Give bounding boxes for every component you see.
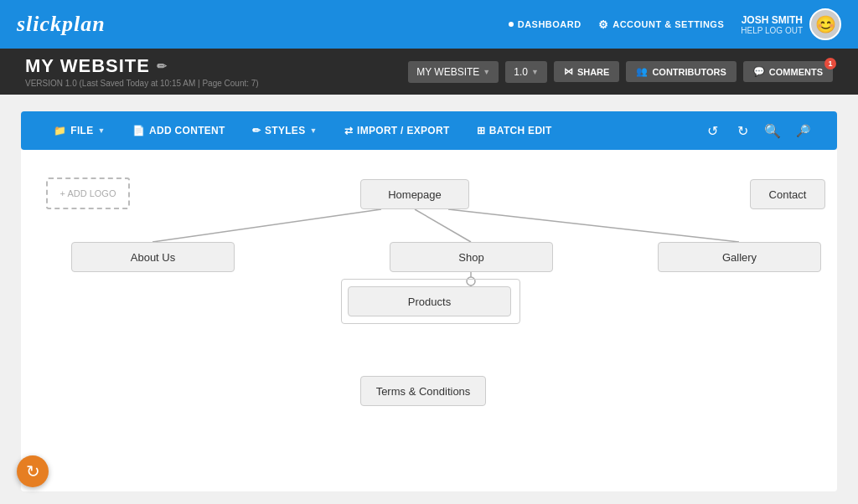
comments-badge: 1 [824,58,836,69]
node-homepage[interactable]: Homepage [360,179,469,209]
user-name: JOSH SMITH [741,14,803,26]
user-links[interactable]: HELP LOG OUT [741,26,803,35]
nav-right: DASHBOARD ⚙ ACCOUNT & SETTINGS JOSH SMIT… [509,8,841,40]
site-title: MY WEBSITE ✏ [25,55,259,77]
dashboard-link[interactable]: DASHBOARD [509,19,581,29]
import-export-button[interactable]: ⇄ IMPORT / EXPORT [333,119,462,142]
site-title-area: MY WEBSITE ✏ VERSION 1.0 (Last Saved Tod… [25,55,259,88]
import-export-icon: ⇄ [344,125,353,136]
comments-icon: 💬 [753,66,765,77]
node-gallery[interactable]: Gallery [658,242,821,272]
chevron-down-icon: ▼ [309,126,317,135]
website-dropdown[interactable]: MY WEBSITE ▼ [408,61,499,83]
top-nav: slickplan DASHBOARD ⚙ ACCOUNT & SETTINGS… [0,0,858,49]
contributors-icon: 👥 [636,66,648,77]
user-area: JOSH SMITH HELP LOG OUT 😊 [741,8,841,40]
chevron-down-icon: ▼ [483,68,490,76]
node-terms[interactable]: Terms & Conditions [360,376,486,406]
title-bar-controls: MY WEBSITE ▼ 1.0 ▼ ⋈ SHARE 👥 CONTRIBUTOR… [408,61,833,83]
batch-edit-icon: ⊞ [477,125,485,136]
refresh-button[interactable]: ↻ [17,455,49,487]
app-logo[interactable]: slickplan [17,12,106,37]
node-shop[interactable]: Shop [390,242,553,272]
chevron-down-icon: ▼ [531,68,539,76]
comments-button[interactable]: 💬 COMMENTS 1 [743,61,833,82]
node-products[interactable]: Products [348,286,511,316]
styles-button[interactable]: ✏ STYLES ▼ [240,119,329,142]
version-dropdown[interactable]: 1.0 ▼ [505,61,547,83]
batch-edit-button[interactable]: ⊞ BATCH EDIT [465,119,564,142]
svg-line-0 [415,209,471,242]
toolbar: 📁 FILE ▼ 📄 ADD CONTENT ✏ STYLES ▼ ⇄ IMPO… [21,111,837,150]
redo-button[interactable]: ↻ [729,117,756,144]
site-subtitle: VERSION 1.0 (Last Saved Today at 10:15 A… [25,79,259,88]
undo-button[interactable]: ↺ [699,117,726,144]
svg-line-2 [448,209,739,242]
zoom-out-button[interactable]: 🔎 [789,117,816,144]
add-content-icon: 📄 [132,125,145,136]
avatar[interactable]: 😊 [809,8,841,40]
file-icon: 📁 [54,125,66,136]
sitemap-canvas: + ADD LOGO Homepage About Us Shop Galler… [21,150,837,491]
add-content-button[interactable]: 📄 ADD CONTENT [121,119,237,142]
add-logo-button[interactable]: + ADD LOGO [46,177,130,209]
share-button[interactable]: ⋈ SHARE [554,61,620,82]
dashboard-dot [509,22,514,27]
chevron-down-icon: ▼ [98,126,106,135]
gear-icon: ⚙ [598,18,609,31]
share-icon: ⋈ [564,66,573,77]
file-button[interactable]: 📁 FILE ▼ [42,119,117,142]
contributors-button[interactable]: 👥 CONTRIBUTORS [626,61,736,82]
zoom-in-button[interactable]: 🔍 [759,117,786,144]
account-settings-link[interactable]: ⚙ ACCOUNT & SETTINGS [598,18,725,31]
node-about[interactable]: About Us [71,242,235,272]
title-bar: MY WEBSITE ✏ VERSION 1.0 (Last Saved Tod… [0,49,858,95]
node-contact[interactable]: Contact [750,179,825,209]
styles-icon: ✏ [252,125,261,136]
svg-line-1 [152,209,381,242]
edit-icon[interactable]: ✏ [157,59,168,73]
user-info: JOSH SMITH HELP LOG OUT [741,14,803,35]
